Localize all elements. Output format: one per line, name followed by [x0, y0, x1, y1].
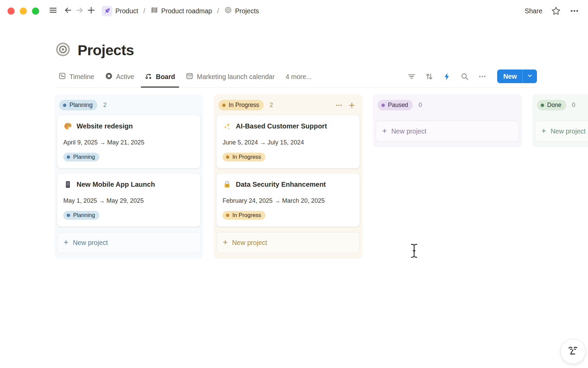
- hamburger-icon: [49, 6, 57, 16]
- card-status-label: In Progress: [232, 154, 261, 160]
- status-dot: [226, 155, 229, 159]
- column-header: Done 0: [534, 100, 588, 115]
- tab-marketing-launch-calendar[interactable]: Marketing launch calendar: [182, 69, 279, 88]
- project-card-website-redesign[interactable]: Website redesign April 9, 2025 → May 21,…: [57, 115, 200, 168]
- breadcrumb-label: Product: [115, 7, 138, 15]
- breadcrumb: Product / Product roadmap / Projects: [100, 5, 260, 17]
- calendar-icon: [186, 72, 193, 81]
- favorite-star-icon[interactable]: [551, 6, 561, 16]
- tab-label: 4 more...: [285, 73, 312, 81]
- kanban-board: Planning 2 Website redesign April 9, 202…: [54, 94, 588, 259]
- column-status-pill[interactable]: In Progress: [218, 100, 264, 110]
- breadcrumb-label: Product roadmap: [161, 7, 212, 15]
- breadcrumb-item-projects[interactable]: Projects: [223, 5, 260, 17]
- timeline-view-icon: [59, 72, 66, 81]
- minimize-window-button[interactable]: [20, 7, 27, 15]
- column-header: In Progress 2: [216, 100, 360, 115]
- card-date-range: February 24, 2025 → March 20, 2025: [223, 197, 354, 204]
- column-status-pill[interactable]: Planning: [59, 100, 97, 110]
- card-date-range: May 1, 2025 → May 29, 2025: [63, 197, 194, 204]
- new-page-button[interactable]: [85, 5, 97, 17]
- zoom-window-button[interactable]: [32, 7, 39, 15]
- breadcrumb-separator: /: [216, 7, 219, 15]
- view-toolbar: New: [407, 70, 537, 87]
- card-status-label: In Progress: [232, 212, 261, 218]
- card-date-range: April 9, 2025 → May 21, 2025: [63, 139, 194, 146]
- project-card-ai-based-customer-support[interactable]: AI-Based Customer Support June 5, 2024 →…: [216, 115, 360, 168]
- chevron-down-icon: [527, 73, 533, 80]
- breadcrumb-separator: /: [143, 7, 146, 15]
- view-more-options-icon[interactable]: [478, 72, 487, 81]
- automations-lightning-icon[interactable]: [443, 72, 451, 81]
- sort-icon[interactable]: [425, 72, 434, 81]
- breadcrumb-item-product-roadmap[interactable]: Product roadmap: [149, 5, 214, 17]
- tab-label: Timeline: [69, 73, 94, 81]
- status-dot: [67, 214, 70, 217]
- status-dot: [222, 104, 226, 107]
- window-topbar: Product / Product roadmap / Projects Sha…: [0, 0, 588, 22]
- share-button[interactable]: Share: [525, 7, 542, 15]
- board-column-done: Done 0 + New project: [532, 94, 588, 147]
- breadcrumb-item-product[interactable]: Product: [100, 5, 140, 17]
- new-project-button[interactable]: + New project: [216, 232, 360, 253]
- page-title[interactable]: Projects: [78, 42, 134, 59]
- new-project-button[interactable]: + New project: [57, 232, 200, 253]
- card-title: Data Security Enhancement: [236, 181, 326, 188]
- column-name: Done: [547, 102, 561, 109]
- tab-more-views[interactable]: 4 more...: [281, 70, 316, 87]
- column-header: Paused 0: [375, 100, 520, 115]
- forward-button[interactable]: [74, 5, 85, 17]
- status-dot: [226, 214, 229, 217]
- tab-board[interactable]: Board: [141, 69, 179, 88]
- plus-icon: +: [64, 238, 68, 246]
- card-status-pill: Planning: [63, 153, 99, 162]
- search-icon[interactable]: [460, 72, 469, 81]
- breadcrumb-label: Projects: [235, 7, 259, 15]
- column-count: 0: [572, 102, 575, 109]
- card-status-pill: In Progress: [223, 153, 265, 162]
- column-status-pill[interactable]: Done: [537, 100, 566, 110]
- palette-icon: [63, 122, 72, 131]
- column-header: Planning 2: [56, 100, 201, 115]
- new-button-label[interactable]: New: [497, 70, 522, 83]
- project-card-data-security-enhancement[interactable]: Data Security Enhancement February 24, 2…: [216, 173, 360, 227]
- column-add-card-icon[interactable]: [347, 100, 357, 110]
- filter-icon[interactable]: [407, 72, 416, 81]
- new-project-button[interactable]: + New project: [376, 121, 519, 142]
- window-controls[interactable]: [7, 7, 39, 15]
- sidebar-toggle-button[interactable]: [47, 5, 59, 17]
- column-more-options-icon[interactable]: [334, 100, 344, 110]
- lock-icon: [223, 180, 231, 189]
- star-circle-icon: [105, 72, 113, 81]
- close-window-button[interactable]: [7, 7, 15, 15]
- new-button[interactable]: New: [497, 70, 537, 83]
- page-target-icon[interactable]: [55, 42, 71, 59]
- project-card-new-mobile-app-launch[interactable]: New Mobile App Launch May 1, 2025 → May …: [57, 173, 200, 227]
- new-project-button[interactable]: + New project: [535, 121, 588, 142]
- card-date-range: June 5, 2024 → July 15, 2024: [223, 139, 354, 146]
- card-title: New Mobile App Launch: [77, 181, 155, 188]
- status-dot: [541, 104, 544, 107]
- card-status-pill: Planning: [63, 211, 99, 220]
- card-status-label: Planning: [73, 154, 95, 160]
- column-status-pill[interactable]: Paused: [378, 100, 413, 110]
- board-column-planning: Planning 2 Website redesign April 9, 202…: [54, 94, 203, 259]
- tab-active[interactable]: Active: [101, 69, 138, 88]
- plus-icon: [87, 6, 96, 16]
- plus-icon: +: [223, 238, 228, 246]
- new-button-dropdown[interactable]: [523, 70, 537, 83]
- back-button[interactable]: [62, 5, 74, 17]
- sparkles-icon: [223, 122, 231, 131]
- status-dot: [63, 104, 66, 107]
- ai-face-icon: [566, 344, 580, 359]
- flow-arrow-icon: [145, 72, 152, 81]
- arrow-left-icon: [64, 6, 72, 16]
- tab-timeline[interactable]: Timeline: [54, 69, 98, 88]
- target-icon: [224, 6, 232, 16]
- notion-ai-button[interactable]: [560, 339, 586, 364]
- more-options-icon[interactable]: [570, 6, 579, 16]
- column-name: In Progress: [229, 102, 259, 109]
- view-tabs: Timeline Active Board Marketing launch c…: [54, 69, 316, 87]
- arrow-right-icon: [75, 6, 84, 16]
- board-column-paused: Paused 0 + New project: [373, 94, 522, 147]
